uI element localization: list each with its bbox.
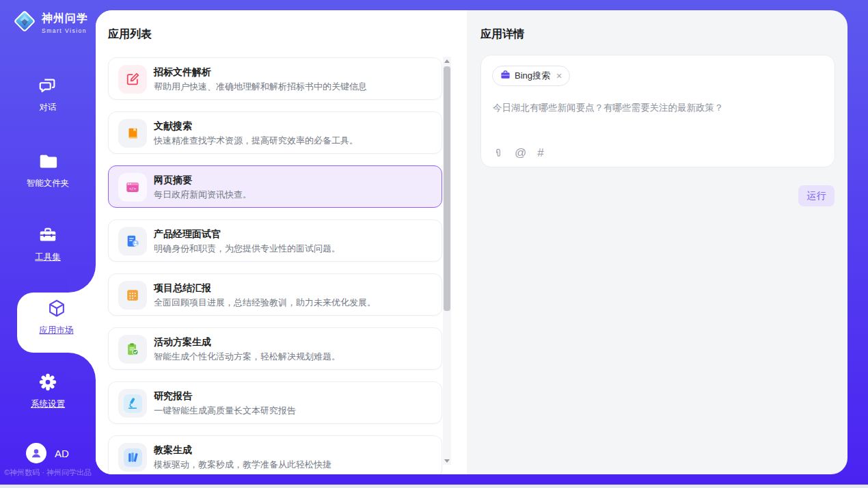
scrollbar-thumb[interactable] bbox=[444, 66, 450, 311]
app-detail-title: 应用详情 bbox=[480, 27, 524, 42]
sidebar-item-chat[interactable]: 对话 bbox=[0, 75, 96, 113]
app-card-desc: 明确身份和职责，为您提供专业性的面试问题。 bbox=[154, 243, 340, 255]
toolbox-icon bbox=[38, 236, 58, 247]
content-panel: 应用列表 招标文件解析 帮助用户快速、准确地理解和解析招标书中的关键信息 bbox=[96, 10, 847, 474]
edit-document-icon bbox=[118, 65, 147, 94]
window-bottom-edge bbox=[0, 485, 868, 488]
user-initials: AD bbox=[55, 448, 69, 459]
app-card-title: 活动方案生成 bbox=[154, 336, 211, 349]
app-card-desc: 帮助用户快速、准确地理解和解析招标书中的关键信息 bbox=[154, 81, 367, 93]
chat-bubbles-icon bbox=[38, 86, 58, 98]
copyright-footer: ©神州数码 · 神州问学出品 bbox=[4, 467, 96, 478]
user-account[interactable]: AD bbox=[26, 443, 69, 463]
sidebar-item-app-market[interactable]: 应用市场 bbox=[17, 298, 96, 336]
app-card-title: 研究报告 bbox=[154, 390, 192, 403]
app-window: 神州问学 Smart Vision 对话 智能文件夹 bbox=[0, 0, 868, 488]
app-list-panel: 应用列表 招标文件解析 帮助用户快速、准确地理解和解析招标书中的关键信息 bbox=[96, 10, 467, 474]
clipboard-check-icon bbox=[118, 335, 147, 364]
app-card-title: 招标文件解析 bbox=[154, 66, 211, 79]
cube-icon bbox=[46, 309, 67, 321]
paperclip-icon[interactable] bbox=[493, 147, 504, 159]
app-card[interactable]: 项目总结汇报 全面回顾项目进展，总结经验教训，助力未来优化发展。 bbox=[108, 273, 442, 316]
sidebar-item-settings[interactable]: 系统设置 bbox=[0, 372, 96, 410]
app-card-title: 项目总结汇报 bbox=[154, 282, 211, 295]
tab-fillet-top bbox=[68, 265, 96, 293]
list-scrollbar[interactable] bbox=[443, 57, 451, 465]
app-card[interactable]: 研究报告 一键智能生成高质量长文本研究报告 bbox=[108, 381, 442, 424]
microscope-icon bbox=[118, 389, 147, 418]
scroll-down-icon[interactable] bbox=[443, 457, 451, 465]
app-card-desc: 快速精准查找学术资源，提高研究效率的必备工具。 bbox=[154, 135, 358, 147]
sidebar-item-label: 智能文件夹 bbox=[27, 178, 70, 189]
tool-chip-label: Bing搜索 bbox=[515, 70, 550, 82]
interview-person-icon bbox=[118, 227, 147, 256]
webpage-code-icon: </> bbox=[118, 173, 147, 202]
query-input-text[interactable]: 今日湖北有哪些新闻要点？有哪些需要关注的最新政策？ bbox=[493, 102, 821, 114]
app-card-desc: 全面回顾项目进展，总结经验教训，助力未来优化发展。 bbox=[154, 297, 376, 309]
at-icon[interactable]: @ bbox=[515, 146, 526, 160]
sidebar-item-smart-folder[interactable]: 智能文件夹 bbox=[0, 151, 96, 189]
app-card-list: 招标文件解析 帮助用户快速、准确地理解和解析招标书中的关键信息 文献搜索 快速精… bbox=[108, 57, 442, 474]
app-card[interactable]: 文献搜索 快速精准查找学术资源，提高研究效率的必备工具。 bbox=[108, 111, 442, 154]
tool-chip-bing-search[interactable]: Bing搜索 × bbox=[492, 66, 570, 86]
app-list-title: 应用列表 bbox=[108, 27, 152, 42]
app-card-title: 教案生成 bbox=[154, 444, 192, 457]
app-card-desc: 模板驱动，教案秒成，教学准备从此轻松快捷 bbox=[154, 459, 331, 471]
composer-toolbar: @ # bbox=[493, 146, 544, 160]
brand-tagline: Smart Vision bbox=[42, 27, 88, 34]
app-card[interactable]: 活动方案生成 智能生成个性化活动方案，轻松解决规划难题。 bbox=[108, 327, 442, 370]
sidebar-item-label: 对话 bbox=[40, 102, 57, 113]
app-detail-panel: 应用详情 Bing搜索 × 今日湖北有哪些新闻要点？有哪些需要关注的最新政策？ bbox=[467, 10, 847, 474]
svg-text:</>: </> bbox=[129, 187, 137, 191]
app-card[interactable]: 教案生成 模板驱动，教案秒成，教学准备从此轻松快捷 bbox=[108, 435, 442, 474]
hash-icon[interactable]: # bbox=[537, 146, 543, 160]
app-card[interactable]: </> 网页摘要 每日政府新闻资讯快查。 bbox=[108, 165, 442, 208]
summary-grid-icon bbox=[118, 281, 147, 310]
gear-icon bbox=[38, 383, 58, 394]
run-button[interactable]: 运行 bbox=[798, 185, 835, 206]
books-icon bbox=[118, 443, 147, 472]
sidebar-item-label: 工具集 bbox=[35, 252, 61, 263]
app-card-title: 网页摘要 bbox=[154, 174, 192, 187]
close-icon[interactable]: × bbox=[556, 70, 562, 81]
sidebar-item-label: 应用市场 bbox=[40, 325, 74, 336]
brand-name: 神州问学 bbox=[42, 12, 88, 26]
book-icon bbox=[118, 119, 147, 148]
app-card[interactable]: 招标文件解析 帮助用户快速、准确地理解和解析招标书中的关键信息 bbox=[108, 57, 442, 100]
diamond-gem-icon bbox=[12, 9, 37, 36]
app-card-title: 产品经理面试官 bbox=[154, 228, 221, 241]
app-card-title: 文献搜索 bbox=[154, 120, 192, 133]
brand-logo: 神州问学 Smart Vision bbox=[12, 9, 88, 36]
app-card-desc: 每日政府新闻资讯快查。 bbox=[154, 189, 252, 201]
sidebar-item-label: 系统设置 bbox=[31, 398, 65, 410]
briefcase-icon bbox=[500, 70, 511, 83]
prompt-card: Bing搜索 × 今日湖北有哪些新闻要点？有哪些需要关注的最新政策？ @ # bbox=[480, 55, 835, 167]
folder-icon bbox=[38, 162, 58, 174]
person-avatar-icon bbox=[26, 443, 46, 463]
scroll-up-icon[interactable] bbox=[443, 57, 451, 65]
app-card[interactable]: 产品经理面试官 明确身份和职责，为您提供专业性的面试问题。 bbox=[108, 219, 442, 262]
app-card-desc: 一键智能生成高质量长文本研究报告 bbox=[154, 405, 296, 417]
app-card-desc: 智能生成个性化活动方案，轻松解决规划难题。 bbox=[154, 351, 340, 363]
sidebar-item-toolset[interactable]: 工具集 bbox=[0, 225, 96, 263]
